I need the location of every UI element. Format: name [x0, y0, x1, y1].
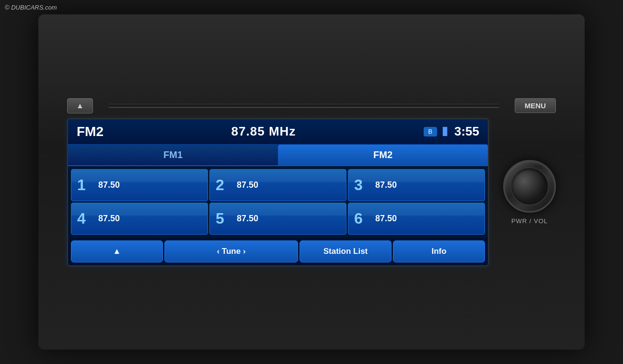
screen-header: FM2 87.85 MHz B ▊ 3:55 — [68, 119, 488, 145]
preset-1-freq: 87.50 — [98, 180, 120, 190]
preset-2-freq: 87.50 — [237, 180, 258, 190]
main-section: FM2 87.85 MHz B ▊ 3:55 FM1 FM2 1 87.50 — [38, 118, 585, 266]
display-screen: FM2 87.85 MHz B ▊ 3:55 FM1 FM2 1 87.50 — [67, 118, 489, 266]
knob-area: PWR / VOL — [503, 160, 556, 225]
menu-button[interactable]: MENU — [515, 98, 556, 113]
pwr-vol-label: PWR / VOL — [511, 217, 548, 225]
band-button[interactable]: ▲ — [71, 240, 163, 262]
preset-6-freq: 87.50 — [375, 214, 397, 224]
tab-fm2[interactable]: FM2 — [278, 145, 488, 165]
preset-5-freq: 87.50 — [237, 214, 258, 224]
preset-6[interactable]: 6 87.50 — [348, 203, 485, 235]
header-right: B ▊ 3:55 — [424, 124, 479, 139]
band-label: FM2 — [77, 124, 104, 139]
top-bar: ▲ MENU — [38, 98, 585, 114]
watermark: © DUBICARS.com — [5, 4, 57, 11]
info-button[interactable]: Info — [393, 240, 485, 262]
preset-5[interactable]: 5 87.50 — [209, 203, 346, 235]
preset-3-number: 3 — [354, 176, 369, 194]
eject-button[interactable]: ▲ — [67, 98, 93, 114]
preset-4-freq: 87.50 — [98, 214, 120, 224]
preset-2-number: 2 — [216, 176, 230, 194]
station-list-button[interactable]: Station List — [300, 240, 392, 262]
preset-6-number: 6 — [354, 210, 369, 228]
presets-grid: 1 87.50 2 87.50 3 87.50 4 87.50 5 — [68, 166, 488, 238]
preset-4-number: 4 — [77, 210, 92, 228]
preset-1[interactable]: 1 87.50 — [71, 169, 208, 201]
preset-4[interactable]: 4 87.50 — [71, 203, 208, 235]
bluetooth-icon: B — [424, 127, 437, 136]
bottom-bar: ▲ ‹ Tune › Station List Info — [68, 238, 488, 265]
signal-icon: ▊ — [443, 127, 449, 136]
preset-2[interactable]: 2 87.50 — [209, 169, 346, 201]
preset-1-number: 1 — [77, 176, 92, 194]
knob-inner — [510, 167, 549, 205]
tab-bar: FM1 FM2 — [68, 145, 488, 166]
cd-slot — [108, 104, 499, 108]
head-unit: ▲ MENU FM2 87.85 MHz B ▊ 3:55 FM1 FM2 — [38, 14, 585, 350]
tune-button[interactable]: ‹ Tune › — [164, 240, 298, 262]
preset-5-number: 5 — [216, 210, 230, 228]
tab-fm1[interactable]: FM1 — [68, 145, 278, 165]
preset-3-freq: 87.50 — [375, 180, 397, 190]
preset-3[interactable]: 3 87.50 — [348, 169, 485, 201]
volume-knob[interactable] — [503, 160, 556, 213]
frequency-display: 87.85 MHz — [231, 124, 296, 139]
time-display: 3:55 — [454, 124, 479, 139]
